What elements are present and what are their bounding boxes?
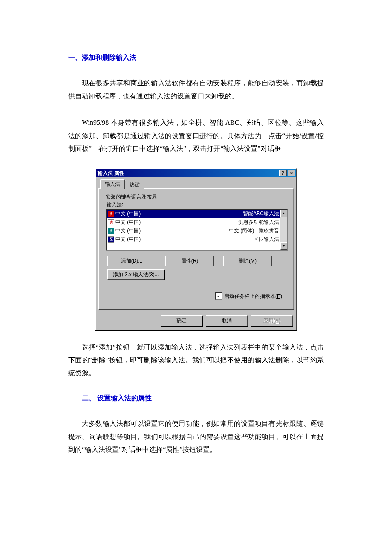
add-button[interactable]: 添加(D)...	[107, 256, 156, 266]
ime-icon: 拼	[108, 211, 114, 217]
scroll-up-icon[interactable]	[280, 210, 287, 217]
group-label: 安装的键盘语言及布局	[106, 194, 288, 200]
ime-listbox[interactable]: 拼中文 (中国) 智能ABC输入法 洪中文 (中国) 洪恩多功能输入法 拼中文 …	[106, 209, 288, 251]
dialog-figure: 输入法 属性 ? × 输入法 热键 安装的键盘语言及布局 输入法:	[68, 168, 324, 330]
ime-icon: 拼	[108, 228, 114, 234]
heading-1: 一、添加和删除输入法	[68, 51, 324, 64]
scroll-down-icon[interactable]	[280, 242, 287, 250]
paragraph-4: 大多数输入法都可以设置它的使用功能，例如常用的设置项目有光标跟随、逐键提示、词语…	[68, 417, 324, 456]
scrollbar[interactable]	[280, 210, 287, 250]
help-button[interactable]: ?	[279, 170, 287, 176]
dialog-title: 输入法 属性	[98, 170, 278, 176]
tab-strip: 输入法 热键	[100, 179, 294, 188]
ime-icon: 洪	[108, 219, 114, 225]
dialog-footer: 确定 取消 应用(A)	[96, 312, 296, 329]
list-item[interactable]: 拼中文 (中国) 中文 (简体) - 微软拼音	[107, 227, 280, 235]
list-item[interactable]: 拼中文 (中国) 智能ABC输入法	[107, 210, 280, 218]
indicator-label: 启动任务栏上的指示器(E)	[224, 293, 282, 299]
paragraph-2: Win95/98 本身带有很多输入法，如全拼、智能 ABC、郑码、区位等。这些输…	[68, 116, 324, 155]
tab-hotkey[interactable]: 热键	[125, 180, 144, 189]
paragraph-1: 现在很多共享和商业的输入法软件都有自动安装程序，能够自动安装，而卸载提供自动卸载…	[68, 77, 324, 103]
cancel-button[interactable]: 取消	[206, 315, 248, 326]
document-page: 一、添加和删除输入法 现在很多共享和商业的输入法软件都有自动安装程序，能够自动安…	[0, 0, 392, 555]
ok-button[interactable]: 确定	[161, 315, 202, 326]
ime-properties-dialog: 输入法 属性 ? × 输入法 热键 安装的键盘语言及布局 输入法:	[95, 168, 297, 330]
tab-ime[interactable]: 输入法	[100, 179, 125, 189]
properties-button[interactable]: 属性(R)	[165, 256, 214, 266]
heading-2: 二、 设置输入法的属性	[68, 392, 324, 405]
list-item[interactable]: 区中文 (中国) 区位输入法	[107, 235, 280, 244]
paragraph-3: 选择“添加”按钮，就可以添加输入法，选择输入法列表栏中的某个输入法，点击下面的“…	[68, 341, 324, 380]
delete-button[interactable]: 删除(M)	[223, 256, 272, 266]
indicator-checkbox[interactable]: ✓	[215, 292, 222, 300]
ime-icon: 区	[108, 236, 114, 243]
close-button[interactable]: ×	[288, 170, 295, 176]
apply-button[interactable]: 应用(A)	[251, 315, 293, 326]
dialog-titlebar: 输入法 属性 ? ×	[96, 169, 296, 177]
add-3x-button[interactable]: 添加 3.x 输入法(3)...	[107, 269, 164, 280]
list-label: 输入法:	[107, 202, 288, 208]
list-item[interactable]: 洪中文 (中国) 洪恩多功能输入法	[107, 218, 280, 227]
tab-page: 安装的键盘语言及布局 输入法: 拼中文 (中国) 智能ABC输入法 洪中文 (中…	[98, 188, 294, 310]
